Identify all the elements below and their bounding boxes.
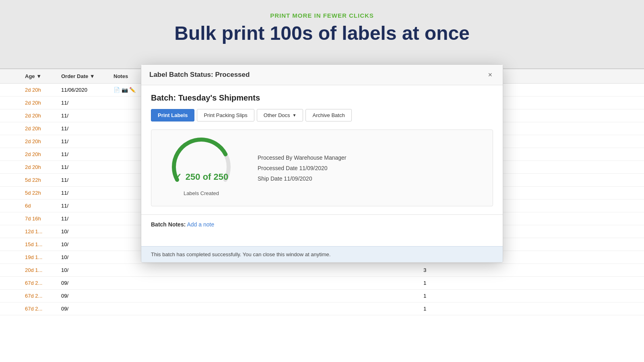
- col-age-cell: 2d 20h: [20, 113, 56, 119]
- col-orderdate-cell: 09/: [56, 280, 109, 286]
- batch-title: Batch: Tuesday's Shipments: [151, 93, 493, 103]
- col-age-cell: 19d 1...: [20, 254, 56, 260]
- col-quantity-cell: 3: [419, 267, 459, 273]
- divider: [141, 214, 503, 215]
- col-age-cell: 2d 20h: [20, 151, 56, 157]
- col-age-cell: 2d 20h: [20, 100, 56, 106]
- col-age-cell: 2d 20h: [20, 125, 56, 132]
- other-docs-label: Other Docs: [264, 112, 290, 118]
- table-row[interactable]: 67d 2... 09/ 1: [0, 277, 644, 290]
- col-age-cell: 6d: [20, 203, 56, 209]
- col-quantity-cell: 1: [419, 280, 459, 286]
- status-details: Processed By Warehouse Manager Processed…: [258, 140, 483, 196]
- col-orderdate-cell: 09/: [56, 293, 109, 299]
- promo-area: PRINT MORE IN FEWER CLICKS Bulk print 10…: [0, 0, 644, 52]
- col-orderdate-cell: 11/: [56, 113, 109, 119]
- action-buttons: Print Labels Print Packing Slips Other D…: [151, 109, 493, 121]
- col-age-cell: 7d 16h: [20, 216, 56, 222]
- modal-body: Batch: Tuesday's Shipments Print Labels …: [141, 85, 503, 246]
- promo-headline: Bulk print 100s of labels at once: [0, 23, 644, 44]
- archive-batch-button[interactable]: Archive Batch: [305, 109, 351, 121]
- col-orderdate-cell: 11/: [56, 203, 109, 209]
- col-orderdate-cell: 10/: [56, 228, 109, 234]
- col-age-cell: 2d 20h: [20, 138, 56, 144]
- batch-notes-row: Batch Notes: Add a note: [151, 221, 493, 232]
- print-labels-button[interactable]: Print Labels: [151, 109, 194, 121]
- col-filter-header: [0, 73, 20, 79]
- progress-number: 250 of 250: [186, 172, 228, 182]
- col-age-cell: 12d 1...: [20, 228, 56, 234]
- checkmark-icon: ✓: [174, 172, 182, 182]
- col-quantity-cell: 1: [419, 293, 459, 299]
- chevron-down-icon: ▼: [293, 113, 297, 117]
- col-orderdate-cell: 11/: [56, 164, 109, 170]
- ship-date-row: Ship Date 11/09/2020: [258, 175, 483, 182]
- circular-progress: ✓ 250 of 250: [169, 140, 233, 188]
- table-row[interactable]: 67d 2... 09/ 1: [0, 290, 644, 302]
- col-quantity-cell: 1: [419, 306, 459, 312]
- status-section: ✓ 250 of 250 Labels Created Processed By…: [151, 130, 493, 206]
- col-orderdate-cell: 10/: [56, 241, 109, 247]
- col-orderdate-cell: 11/: [56, 151, 109, 157]
- progress-container: ✓ 250 of 250 Labels Created: [161, 140, 242, 196]
- close-button[interactable]: ×: [485, 70, 495, 79]
- col-age-cell: 5d 22h: [20, 177, 56, 183]
- col-age-cell: 2d 20h: [20, 87, 56, 93]
- table-row[interactable]: 67d 2... 09/ 1: [0, 302, 644, 315]
- col-orderdate-cell: 10/: [56, 254, 109, 260]
- footer-message: This batch has completed successfully. Y…: [151, 251, 330, 257]
- col-age-cell: 67d 2...: [20, 280, 56, 286]
- progress-count: ✓ 250 of 250: [174, 172, 229, 182]
- processed-by-row: Processed By Warehouse Manager: [258, 154, 483, 161]
- progress-svg: [169, 132, 233, 196]
- print-packing-slips-button[interactable]: Print Packing Slips: [197, 109, 254, 121]
- col-orderdate-cell: 11/: [56, 125, 109, 132]
- col-age-cell: 15d 1...: [20, 241, 56, 247]
- col-age-cell: 20d 1...: [20, 267, 56, 273]
- col-age-cell: 5d 22h: [20, 190, 56, 196]
- col-age-header: Age ▼: [20, 73, 56, 79]
- add-note-link[interactable]: Add a note: [187, 221, 214, 228]
- col-orderdate-cell: 11/: [56, 177, 109, 183]
- col-orderdate-cell: 11/: [56, 100, 109, 106]
- col-age-cell: 67d 2...: [20, 306, 56, 312]
- modal-footer: This batch has completed successfully. Y…: [141, 246, 503, 262]
- col-orderdate-cell: 11/: [56, 216, 109, 222]
- col-orderdate-cell: 10/: [56, 267, 109, 273]
- modal-header: Label Batch Status: Processed ×: [141, 65, 503, 85]
- modal: Label Batch Status: Processed × Batch: T…: [141, 64, 503, 263]
- promo-tagline: PRINT MORE IN FEWER CLICKS: [0, 12, 644, 19]
- col-orderdate-header: Order Date ▼: [56, 73, 109, 79]
- modal-title: Label Batch Status: Processed: [149, 71, 250, 79]
- col-orderdate-cell: 09/: [56, 306, 109, 312]
- col-orderdate-cell: 11/: [56, 138, 109, 144]
- col-age-cell: 67d 2...: [20, 293, 56, 299]
- table-row[interactable]: 20d 1... 10/ 3: [0, 264, 644, 277]
- processed-date-row: Processed Date 11/09/2020: [258, 165, 483, 171]
- col-age-cell: 2d 20h: [20, 164, 56, 170]
- col-orderdate-cell: 11/06/2020: [56, 87, 109, 93]
- other-docs-button[interactable]: Other Docs ▼: [257, 109, 303, 121]
- progress-text: ✓ 250 of 250: [169, 172, 233, 182]
- batch-notes-label: Batch Notes:: [151, 221, 186, 228]
- col-orderdate-cell: 11/: [56, 190, 109, 196]
